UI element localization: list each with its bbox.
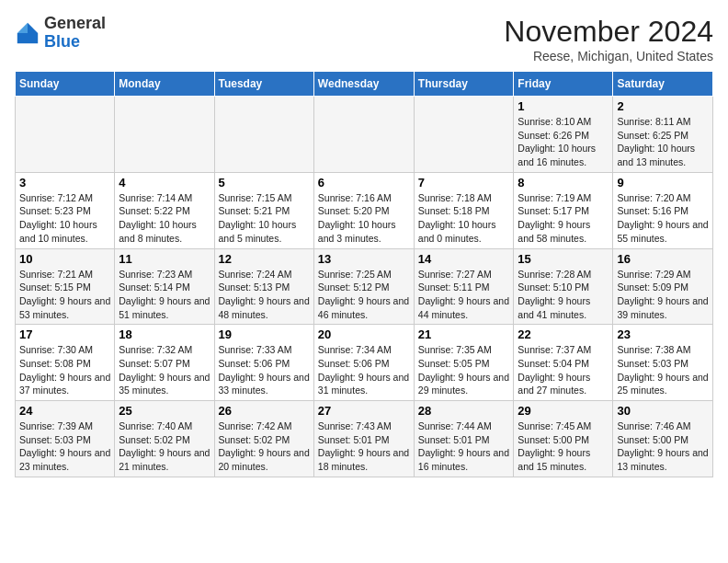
day-info: Sunrise: 7:28 AMSunset: 5:10 PMDaylight:… bbox=[518, 268, 609, 322]
day-number: 11 bbox=[119, 252, 210, 266]
table-row: 8Sunrise: 7:19 AMSunset: 5:17 PMDaylight… bbox=[514, 172, 613, 248]
day-info: Sunrise: 7:14 AMSunset: 5:22 PMDaylight:… bbox=[119, 191, 210, 246]
table-row: 6Sunrise: 7:16 AMSunset: 5:20 PMDaylight… bbox=[313, 172, 414, 248]
day-info: Sunrise: 7:32 AMSunset: 5:07 PMDaylight:… bbox=[119, 343, 210, 397]
day-info: Sunrise: 7:42 AMSunset: 5:02 PMDaylight:… bbox=[219, 419, 310, 474]
day-number: 14 bbox=[418, 252, 510, 266]
day-info: Sunrise: 7:37 AMSunset: 5:04 PMDaylight:… bbox=[518, 343, 609, 397]
day-info: Sunrise: 7:45 AMSunset: 5:00 PMDaylight:… bbox=[518, 419, 609, 474]
table-row: 27Sunrise: 7:43 AMSunset: 5:01 PMDayligh… bbox=[313, 401, 414, 477]
logo: General Blue bbox=[15, 15, 106, 52]
table-row: 24Sunrise: 7:39 AMSunset: 5:03 PMDayligh… bbox=[16, 401, 115, 477]
title-block: November 2024 Reese, Michigan, United St… bbox=[504, 15, 713, 63]
day-info: Sunrise: 7:12 AMSunset: 5:23 PMDaylight:… bbox=[19, 191, 110, 246]
day-info: Sunrise: 7:24 AMSunset: 5:13 PMDaylight:… bbox=[219, 268, 310, 322]
day-number: 30 bbox=[617, 404, 709, 418]
day-info: Sunrise: 7:44 AMSunset: 5:01 PMDaylight:… bbox=[418, 419, 510, 474]
page-header: General Blue November 2024 Reese, Michig… bbox=[15, 15, 713, 63]
table-row: 2Sunrise: 8:11 AMSunset: 6:25 PMDaylight… bbox=[613, 97, 713, 173]
day-info: Sunrise: 7:29 AMSunset: 5:09 PMDaylight:… bbox=[617, 268, 709, 322]
table-row: 5Sunrise: 7:15 AMSunset: 5:21 PMDaylight… bbox=[214, 172, 313, 248]
table-row: 25Sunrise: 7:40 AMSunset: 5:02 PMDayligh… bbox=[115, 401, 214, 477]
day-info: Sunrise: 7:20 AMSunset: 5:16 PMDaylight:… bbox=[617, 191, 709, 246]
location: Reese, Michigan, United States bbox=[504, 49, 713, 63]
header-monday: Monday bbox=[115, 72, 214, 97]
table-row bbox=[115, 97, 214, 173]
table-row: 9Sunrise: 7:20 AMSunset: 5:16 PMDaylight… bbox=[613, 172, 713, 248]
table-row: 26Sunrise: 7:42 AMSunset: 5:02 PMDayligh… bbox=[214, 401, 313, 477]
day-number: 8 bbox=[518, 176, 609, 190]
day-number: 19 bbox=[219, 327, 310, 341]
table-row: 15Sunrise: 7:28 AMSunset: 5:10 PMDayligh… bbox=[514, 248, 613, 325]
day-info: Sunrise: 7:18 AMSunset: 5:18 PMDaylight:… bbox=[418, 191, 510, 246]
day-number: 22 bbox=[518, 327, 609, 341]
table-row: 10Sunrise: 7:21 AMSunset: 5:15 PMDayligh… bbox=[16, 248, 115, 325]
day-info: Sunrise: 7:34 AMSunset: 5:06 PMDaylight:… bbox=[318, 343, 410, 397]
table-row: 22Sunrise: 7:37 AMSunset: 5:04 PMDayligh… bbox=[514, 325, 613, 401]
table-row bbox=[414, 97, 514, 173]
table-row bbox=[16, 97, 115, 173]
day-number: 29 bbox=[518, 404, 609, 418]
calendar-week-row: 17Sunrise: 7:30 AMSunset: 5:08 PMDayligh… bbox=[16, 325, 713, 401]
day-number: 1 bbox=[518, 99, 609, 113]
table-row bbox=[313, 97, 414, 173]
day-number: 12 bbox=[219, 252, 310, 266]
table-row: 28Sunrise: 7:44 AMSunset: 5:01 PMDayligh… bbox=[414, 401, 514, 477]
table-row: 14Sunrise: 7:27 AMSunset: 5:11 PMDayligh… bbox=[414, 248, 514, 325]
day-info: Sunrise: 7:38 AMSunset: 5:03 PMDaylight:… bbox=[617, 343, 709, 397]
day-info: Sunrise: 7:30 AMSunset: 5:08 PMDaylight:… bbox=[19, 343, 110, 397]
day-number: 4 bbox=[119, 176, 210, 190]
calendar-week-row: 3Sunrise: 7:12 AMSunset: 5:23 PMDaylight… bbox=[16, 172, 713, 248]
day-info: Sunrise: 7:15 AMSunset: 5:21 PMDaylight:… bbox=[219, 191, 310, 246]
day-number: 16 bbox=[617, 252, 709, 266]
calendar-week-row: 10Sunrise: 7:21 AMSunset: 5:15 PMDayligh… bbox=[16, 248, 713, 325]
header-wednesday: Wednesday bbox=[313, 72, 414, 97]
day-info: Sunrise: 7:33 AMSunset: 5:06 PMDaylight:… bbox=[219, 343, 310, 397]
day-number: 17 bbox=[19, 327, 110, 341]
table-row: 18Sunrise: 7:32 AMSunset: 5:07 PMDayligh… bbox=[115, 325, 214, 401]
day-info: Sunrise: 7:25 AMSunset: 5:12 PMDaylight:… bbox=[318, 268, 410, 322]
table-row bbox=[214, 97, 313, 173]
day-number: 3 bbox=[19, 176, 110, 190]
day-number: 15 bbox=[518, 252, 609, 266]
calendar-week-row: 1Sunrise: 8:10 AMSunset: 6:26 PMDaylight… bbox=[16, 97, 713, 173]
logo-text: General Blue bbox=[44, 15, 106, 52]
table-row: 20Sunrise: 7:34 AMSunset: 5:06 PMDayligh… bbox=[313, 325, 414, 401]
day-number: 20 bbox=[318, 327, 410, 341]
header-thursday: Thursday bbox=[414, 72, 514, 97]
day-info: Sunrise: 7:39 AMSunset: 5:03 PMDaylight:… bbox=[19, 419, 110, 474]
day-number: 9 bbox=[617, 176, 709, 190]
day-number: 10 bbox=[19, 252, 110, 266]
day-number: 2 bbox=[617, 99, 709, 113]
day-number: 24 bbox=[19, 404, 110, 418]
day-number: 7 bbox=[418, 176, 510, 190]
logo-general: General bbox=[44, 14, 106, 32]
logo-icon bbox=[15, 20, 40, 46]
month-title: November 2024 bbox=[504, 15, 713, 49]
table-row: 3Sunrise: 7:12 AMSunset: 5:23 PMDaylight… bbox=[16, 172, 115, 248]
table-row: 21Sunrise: 7:35 AMSunset: 5:05 PMDayligh… bbox=[414, 325, 514, 401]
day-number: 28 bbox=[418, 404, 510, 418]
table-row: 29Sunrise: 7:45 AMSunset: 5:00 PMDayligh… bbox=[514, 401, 613, 477]
day-info: Sunrise: 7:16 AMSunset: 5:20 PMDaylight:… bbox=[318, 191, 410, 246]
table-row: 7Sunrise: 7:18 AMSunset: 5:18 PMDaylight… bbox=[414, 172, 514, 248]
table-row: 4Sunrise: 7:14 AMSunset: 5:22 PMDaylight… bbox=[115, 172, 214, 248]
header-saturday: Saturday bbox=[613, 72, 713, 97]
day-info: Sunrise: 7:21 AMSunset: 5:15 PMDaylight:… bbox=[19, 268, 110, 322]
day-info: Sunrise: 8:11 AMSunset: 6:25 PMDaylight:… bbox=[617, 115, 709, 169]
table-row: 23Sunrise: 7:38 AMSunset: 5:03 PMDayligh… bbox=[613, 325, 713, 401]
day-number: 6 bbox=[318, 176, 410, 190]
table-row: 11Sunrise: 7:23 AMSunset: 5:14 PMDayligh… bbox=[115, 248, 214, 325]
table-row: 12Sunrise: 7:24 AMSunset: 5:13 PMDayligh… bbox=[214, 248, 313, 325]
table-row: 19Sunrise: 7:33 AMSunset: 5:06 PMDayligh… bbox=[214, 325, 313, 401]
day-info: Sunrise: 7:23 AMSunset: 5:14 PMDaylight:… bbox=[119, 268, 210, 322]
day-number: 23 bbox=[617, 327, 709, 341]
table-row: 30Sunrise: 7:46 AMSunset: 5:00 PMDayligh… bbox=[613, 401, 713, 477]
calendar-header-row: Sunday Monday Tuesday Wednesday Thursday… bbox=[16, 72, 713, 97]
day-info: Sunrise: 7:46 AMSunset: 5:00 PMDaylight:… bbox=[617, 419, 709, 474]
day-info: Sunrise: 7:27 AMSunset: 5:11 PMDaylight:… bbox=[418, 268, 510, 322]
table-row: 13Sunrise: 7:25 AMSunset: 5:12 PMDayligh… bbox=[313, 248, 414, 325]
header-tuesday: Tuesday bbox=[214, 72, 313, 97]
table-row: 17Sunrise: 7:30 AMSunset: 5:08 PMDayligh… bbox=[16, 325, 115, 401]
day-info: Sunrise: 7:35 AMSunset: 5:05 PMDaylight:… bbox=[418, 343, 510, 397]
